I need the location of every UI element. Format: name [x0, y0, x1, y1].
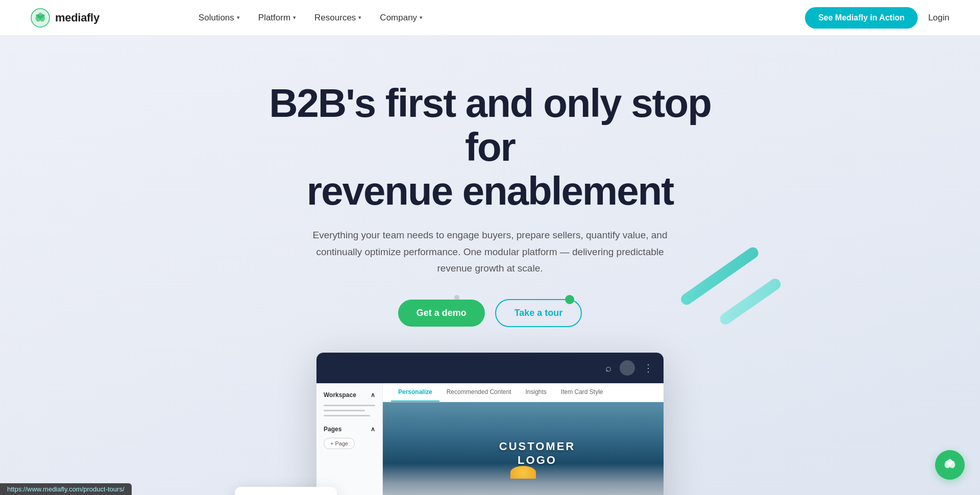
chevron-up-icon: ∧	[371, 426, 375, 433]
tab-insights[interactable]: Insights	[518, 383, 553, 402]
deco-bar-2	[718, 277, 782, 327]
mockup-avatar	[620, 360, 635, 376]
hero-buttons: Get a demo Take a tour	[398, 299, 582, 327]
chevron-down-icon: ▾	[293, 14, 296, 21]
mockup-topbar: ⌕ ⋮	[316, 353, 664, 383]
nav-solutions[interactable]: Solutions ▾	[191, 10, 247, 26]
hero-subtitle: Everything your team needs to engage buy…	[301, 227, 679, 277]
chevron-down-icon: ▾	[237, 14, 240, 21]
mediafly-logo-icon	[31, 8, 50, 28]
mockup-tabs: Personalize Recommended Content Insights…	[383, 383, 664, 402]
nav-actions: See Mediafly in Action Login	[805, 7, 949, 29]
logo-text: mediafly	[55, 11, 100, 24]
pages-label: Pages ∧	[324, 426, 375, 433]
sidebar-line	[324, 415, 370, 416]
mockup-sidebar: Workspace ∧ Pages ∧ + Page	[316, 383, 383, 495]
app-mockup: ⌕ ⋮ Workspace ∧	[316, 353, 664, 495]
tab-personalize[interactable]: Personalize	[391, 383, 439, 402]
tab-item-card-style[interactable]: Item Card Style	[554, 383, 610, 402]
navigation: mediafly Solutions ▾ Platform ▾ Resource…	[0, 0, 980, 36]
url-bar: https://www.mediafly.com/product-tours/	[0, 483, 132, 495]
mockup-content-image: CUSTOMER LOGO	[383, 402, 664, 495]
customer-logo-text: CUSTOMER LOGO	[499, 440, 576, 467]
login-link[interactable]: Login	[928, 13, 949, 23]
customer-logo-overlay: CUSTOMER LOGO	[499, 440, 576, 467]
sidebar-lines	[324, 405, 375, 416]
mockup-search-icon: ⌕	[605, 362, 611, 374]
mockup-body: Workspace ∧ Pages ∧ + Page	[316, 383, 664, 495]
mockup-sun	[510, 466, 536, 479]
chevron-down-icon: ▾	[358, 14, 361, 21]
nav-links: Solutions ▾ Platform ▾ Resources ▾ Compa…	[191, 10, 430, 26]
deco-gray-dot	[454, 295, 459, 300]
sidebar-line	[324, 405, 375, 406]
sidebar-line	[324, 410, 365, 411]
nav-platform[interactable]: Platform ▾	[251, 10, 303, 26]
chevron-down-icon: ▾	[420, 14, 423, 21]
workspace-label: Workspace ∧	[324, 391, 375, 399]
chevron-up-icon: ∧	[371, 391, 375, 399]
hero-title: B2B's first and only stop for revenue en…	[260, 82, 720, 213]
mockup-main: Personalize Recommended Content Insights…	[383, 383, 664, 495]
logo-link[interactable]: mediafly	[31, 8, 100, 28]
deco-green-dot	[565, 295, 574, 304]
see-mediafly-button[interactable]: See Mediafly in Action	[805, 7, 918, 29]
nav-company[interactable]: Company ▾	[373, 10, 430, 26]
capture-tooltip: Capture and analyze conversations	[235, 487, 337, 495]
add-page-button[interactable]: + Page	[324, 438, 355, 449]
floating-chat-icon[interactable]	[935, 450, 965, 480]
mediafly-icon	[942, 457, 958, 473]
app-mockup-container: Capture and analyze conversations ⌕ ⋮ Wo…	[316, 353, 664, 495]
get-demo-button[interactable]: Get a demo	[398, 300, 485, 327]
tab-recommended-content[interactable]: Recommended Content	[439, 383, 519, 402]
mockup-menu-icon: ⋮	[643, 362, 653, 374]
nav-resources[interactable]: Resources ▾	[307, 10, 369, 26]
hero-section: B2B's first and only stop for revenue en…	[0, 36, 980, 495]
